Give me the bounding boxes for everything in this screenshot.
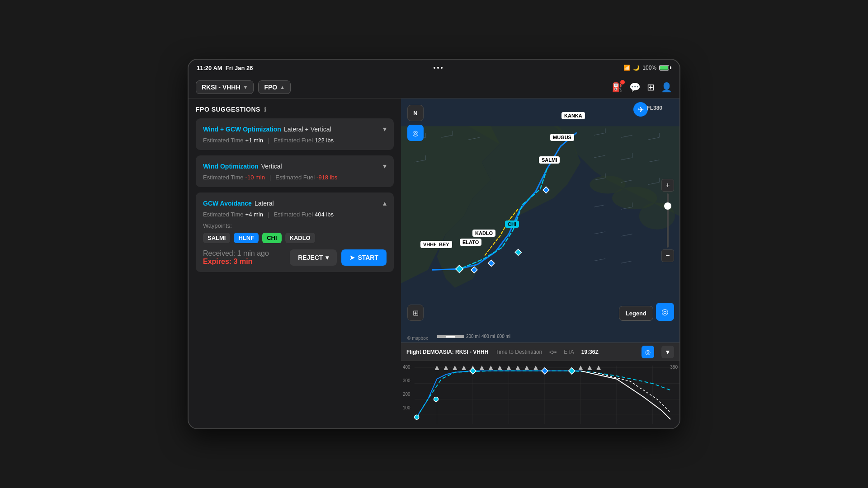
map-attribution: © mapbox xyxy=(407,336,428,341)
wind-gcw-time-value: +1 min xyxy=(245,137,263,144)
location-button-br[interactable]: ◎ xyxy=(656,303,674,321)
route-selector-label: RKSI - VHHH xyxy=(202,84,241,91)
wind-opt-time-label: Estimated Time xyxy=(203,174,244,181)
wind-opt-fuel-value: -918 lbs xyxy=(316,174,337,181)
svg-rect-31 xyxy=(543,187,549,193)
gcw-avoid-title-sub: Lateral xyxy=(255,200,274,207)
svg-rect-35 xyxy=(456,265,463,273)
wind-opt-time-value: -10 min xyxy=(245,174,265,181)
svg-line-7 xyxy=(468,137,480,140)
wind-opt-stats: Estimated Time -10 min | Estimated Fuel … xyxy=(203,174,387,181)
scale-bar: 200 mi 400 mi 600 mi xyxy=(437,334,510,339)
location-button-tl[interactable]: ◎ xyxy=(407,125,424,141)
wind-gcw-title-main: Wind + GCW Optimization xyxy=(203,126,281,133)
wind-opt-title: Wind Optimization Vertical xyxy=(203,163,282,170)
waypoint-chi[interactable]: CHI xyxy=(262,233,281,243)
gcw-avoid-card: GCW Avoidance Lateral ▴ Estimated Time +… xyxy=(196,192,394,272)
fpo-selector[interactable]: FPO ▲ xyxy=(258,80,291,94)
waypoint-salmi[interactable]: SALMI xyxy=(203,233,230,243)
svg-rect-64 xyxy=(470,368,476,374)
gcw-avoid-card-header: GCW Avoidance Lateral ▴ xyxy=(203,199,387,207)
waypoint-kadlo[interactable]: KADLO xyxy=(285,233,315,243)
altitude-badge: FL380 xyxy=(646,105,662,111)
moon-icon: 🌙 xyxy=(633,65,640,71)
fpo-chevron-icon: ▲ xyxy=(280,84,285,90)
zoom-slider-track[interactable] xyxy=(667,193,669,248)
chart-label-right: 380 xyxy=(670,365,678,370)
wind-gcw-toggle-icon[interactable]: ▾ xyxy=(383,125,387,133)
info-icon[interactable]: ℹ xyxy=(264,106,266,113)
tablet-frame: 11:20 AM Fri Jan 26 📶 🌙 100% RKSI - VHHH… xyxy=(188,59,680,429)
zoom-out-button[interactable]: − xyxy=(661,249,674,262)
map-label-salmi: SALMI xyxy=(539,156,560,164)
gcw-avoid-toggle-icon[interactable]: ▴ xyxy=(383,199,387,207)
legend-button[interactable]: Legend xyxy=(619,306,653,321)
status-dots xyxy=(434,67,443,69)
gcw-avoid-title: GCW Avoidance Lateral xyxy=(203,200,274,207)
svg-line-25 xyxy=(621,207,632,209)
eta-label: ETA xyxy=(564,349,574,355)
wind-gcw-title: Wind + GCW Optimization Lateral + Vertic… xyxy=(203,126,331,133)
wind-gcw-stats: Estimated Time +1 min | Estimated Fuel 1… xyxy=(203,137,387,144)
expand-button[interactable]: ▼ xyxy=(661,346,674,358)
svg-rect-34 xyxy=(471,267,477,273)
chat-icon[interactable]: 💬 xyxy=(629,82,641,93)
svg-point-62 xyxy=(415,415,419,419)
wind-opt-card: Wind Optimization Vertical ▾ Estimated T… xyxy=(196,155,394,187)
svg-line-16 xyxy=(621,158,632,160)
map-label-chi: CHI xyxy=(505,221,519,228)
wind-gcw-time-label: Estimated Time xyxy=(203,137,244,144)
chart-svg xyxy=(401,361,679,428)
waypoints-list: SALMI HLNF CHI KADLO xyxy=(203,233,387,243)
status-right: 📶 🌙 100% xyxy=(623,65,671,71)
layers-nav-icon[interactable]: ⊞ xyxy=(647,82,655,93)
layers-button[interactable]: ⊞ xyxy=(407,305,424,321)
chart-label-300: 300 xyxy=(403,378,410,383)
stat-divider-2: | xyxy=(269,174,271,181)
wind-gcw-fuel-value: 122 lbs xyxy=(315,137,334,144)
wind-opt-title-main: Wind Optimization xyxy=(203,163,259,170)
gcw-avoid-fuel-value: 404 lbs xyxy=(315,211,334,218)
svg-line-27 xyxy=(594,232,605,234)
wind-gcw-card-header: Wind + GCW Optimization Lateral + Vertic… xyxy=(203,125,387,133)
svg-line-21 xyxy=(621,180,632,183)
start-button[interactable]: ➤ START xyxy=(341,249,387,266)
waypoint-hlnf[interactable]: HLNF xyxy=(234,233,259,243)
aircraft-icon: ✈ xyxy=(633,102,648,117)
nav-right-icons: ⛽ 💬 ⊞ 👤 xyxy=(612,82,672,93)
gcw-avoid-stats: Estimated Time +4 min | Estimated Fuel 4… xyxy=(203,211,387,218)
chart-label-100: 100 xyxy=(403,405,410,410)
fuel-icon[interactable]: ⛽ xyxy=(612,82,623,93)
profile-chart: 400 300 200 100 380 xyxy=(401,361,679,428)
nav-bar: RKSI - VHHH ▼ FPO ▲ ⛽ 💬 ⊞ 👤 xyxy=(189,76,679,99)
eta-icon-button[interactable]: ◎ xyxy=(642,346,654,358)
battery-icon xyxy=(659,65,671,70)
svg-line-30 xyxy=(621,261,632,263)
map-area[interactable]: ✈ KANKA MUGUS SALMI CHI KADLO ELATO VHHH… xyxy=(401,99,679,343)
svg-rect-65 xyxy=(542,368,548,374)
stat-divider-3: | xyxy=(268,211,269,218)
svg-line-24 xyxy=(594,205,605,207)
map-label-bey: BEY xyxy=(436,241,452,248)
svg-line-22 xyxy=(648,183,659,185)
map-label-mugus: MUGUS xyxy=(550,134,574,141)
route-selector[interactable]: RKSI - VHHH ▼ xyxy=(196,80,254,94)
zoom-slider-thumb[interactable] xyxy=(664,202,671,210)
fpo-selector-label: FPO xyxy=(264,84,277,91)
wind-opt-toggle-icon[interactable]: ▾ xyxy=(383,162,387,170)
gcw-avoid-title-main: GCW Avoidance xyxy=(203,200,252,207)
wind-gcw-fuel-label: Estimated Fuel xyxy=(274,137,313,144)
zoom-in-button[interactable]: + xyxy=(661,179,674,192)
svg-line-29 xyxy=(594,258,605,261)
panel-title: FPO SUGGESTIONS xyxy=(196,106,260,113)
svg-point-1 xyxy=(612,187,657,209)
status-bar: 11:20 AM Fri Jan 26 📶 🌙 100% xyxy=(189,60,679,76)
compass-button[interactable]: N xyxy=(407,105,424,121)
route-chevron-icon: ▼ xyxy=(243,84,248,90)
gcw-avoid-expanded: Waypoints: SALMI HLNF CHI KADLO xyxy=(203,222,387,243)
user-icon[interactable]: 👤 xyxy=(661,82,672,93)
zoom-controls: + − xyxy=(661,179,674,262)
svg-line-13 xyxy=(415,160,426,162)
map-background: ✈ KANKA MUGUS SALMI CHI KADLO ELATO VHHH… xyxy=(401,99,679,343)
reject-button[interactable]: REJECT ▾ xyxy=(290,249,337,266)
